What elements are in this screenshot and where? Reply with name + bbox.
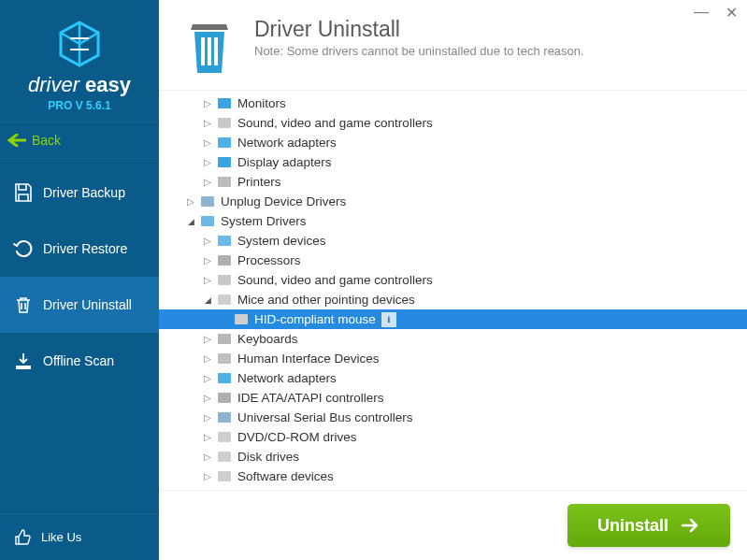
expand-icon[interactable]: ▷: [202, 353, 213, 365]
tree-node[interactable]: ◢Mice and other pointing devices: [159, 290, 747, 309]
tree-node[interactable]: ◢System Drivers: [159, 211, 747, 231]
ide-device-icon: [217, 391, 232, 406]
app-name: driver easy: [0, 73, 159, 97]
tree-node[interactable]: ▷Monitors: [159, 93, 747, 113]
svg-rect-0: [201, 37, 205, 65]
mon-device-icon: [217, 155, 232, 170]
sidebar-item-label: Driver Backup: [43, 185, 125, 200]
expand-icon[interactable]: ▷: [202, 177, 213, 188]
tree-node[interactable]: ▷Sound, video and game controllers: [159, 270, 747, 290]
page-subtitle: Note: Some drivers cannot be uninstalled…: [254, 44, 584, 58]
expand-icon[interactable]: ▷: [202, 118, 213, 129]
tree-node[interactable]: ▷Human Interface Devices: [159, 349, 747, 368]
back-button[interactable]: Back: [0, 122, 159, 159]
tree-node[interactable]: ▷Universal Serial Bus controllers: [159, 408, 747, 427]
expand-icon[interactable]: ▷: [202, 137, 213, 149]
tree-node[interactable]: ▷Keyboards: [159, 329, 747, 349]
expand-icon[interactable]: ▷: [202, 471, 213, 482]
expand-icon[interactable]: ▷: [202, 157, 213, 168]
sidebar-item-driver-uninstall[interactable]: Driver Uninstall: [0, 277, 159, 333]
tree-node[interactable]: HID-compliant mousei: [159, 309, 747, 329]
app-logo-area: driver easy PRO V 5.6.1: [0, 0, 159, 122]
usb-device-icon: [200, 194, 215, 209]
expand-icon[interactable]: ▷: [202, 452, 213, 463]
expand-icon[interactable]: ▷: [202, 432, 213, 443]
sidebar-nav: Driver Backup Driver Restore Driver Unin…: [0, 165, 159, 389]
tree-node[interactable]: ▷Unplug Device Drivers: [159, 192, 747, 211]
tree-node-label: Unplug Device Drivers: [221, 194, 346, 208]
floppy-icon: [13, 182, 34, 203]
sidebar-item-offline-scan[interactable]: Offline Scan: [0, 333, 159, 389]
usb-device-icon: [217, 410, 232, 425]
app-name-part1: driver: [28, 73, 79, 96]
mouse-device-icon: [234, 312, 249, 327]
like-us-button[interactable]: Like Us: [0, 513, 159, 560]
tree-node[interactable]: ▷Sound, video and game controllers: [159, 113, 747, 133]
collapse-icon[interactable]: ◢: [202, 294, 213, 306]
net-device-icon: [217, 136, 232, 151]
tree-node-label: Disk drives: [237, 450, 299, 464]
tree-node-label: Software devices: [237, 469, 334, 483]
footer: Uninstall: [159, 491, 747, 560]
page-header: Driver Uninstall Note: Some drivers cann…: [159, 0, 747, 90]
expand-icon[interactable]: ▷: [202, 412, 213, 424]
expand-icon[interactable]: ▷: [185, 196, 196, 208]
tree-node[interactable]: ▷IDE ATA/ATAPI controllers: [159, 388, 747, 408]
app-logo-icon: [54, 19, 105, 69]
sidebar-item-driver-restore[interactable]: Driver Restore: [0, 221, 159, 277]
uninstall-button[interactable]: Uninstall: [567, 504, 730, 547]
tree-node[interactable]: ▷Printers: [159, 172, 747, 192]
tree-node-label: HID-compliant mouse: [254, 312, 376, 326]
expand-icon[interactable]: ▷: [202, 373, 213, 384]
net-device-icon: [217, 371, 232, 386]
tree-node[interactable]: ▷DVD/CD-ROM drives: [159, 427, 747, 447]
collapse-icon[interactable]: ◢: [185, 216, 196, 227]
svg-rect-1: [208, 37, 211, 65]
svg-rect-2: [214, 37, 218, 65]
tree-node-label: Keyboards: [237, 332, 298, 346]
sidebar-item-driver-backup[interactable]: Driver Backup: [0, 165, 159, 221]
main-panel: — ✕ Driver Uninstall Note: Some drivers …: [159, 0, 747, 560]
expand-icon[interactable]: ▷: [202, 334, 213, 345]
minimize-button[interactable]: —: [693, 4, 710, 21]
gen-device-icon: [217, 116, 232, 131]
tree-node[interactable]: ▷Disk drives: [159, 447, 747, 467]
download-icon: [13, 351, 34, 371]
page-title: Driver Uninstall: [254, 17, 584, 42]
hid-device-icon: [217, 352, 232, 366]
tree-node-label: Sound, video and game controllers: [237, 116, 433, 130]
disk-device-icon: [217, 450, 232, 465]
gen-device-icon: [217, 273, 232, 288]
tree-node-label: System devices: [237, 234, 326, 248]
sys-device-icon: [217, 234, 232, 249]
tree-node[interactable]: ▷Display adapters: [159, 152, 747, 172]
thumbs-up-icon: [13, 528, 32, 547]
close-button[interactable]: ✕: [723, 4, 740, 21]
kbd-device-icon: [217, 332, 232, 347]
expand-icon[interactable]: ▷: [202, 255, 213, 266]
expand-icon[interactable]: ▷: [202, 98, 213, 109]
tree-node[interactable]: ▷Network adapters: [159, 368, 747, 388]
info-badge-icon[interactable]: i: [381, 312, 396, 327]
tree-node-label: Processors: [237, 253, 301, 267]
dvd-device-icon: [217, 430, 232, 445]
tree-node[interactable]: ▷Software devices: [159, 467, 747, 486]
tree-node-label: Network adapters: [237, 136, 337, 150]
expand-icon[interactable]: ▷: [202, 275, 213, 286]
trash-icon: [13, 294, 34, 315]
expand-icon[interactable]: ▷: [202, 393, 213, 404]
tree-node-label: Monitors: [237, 96, 286, 110]
expand-icon[interactable]: ▷: [202, 236, 213, 247]
back-arrow-icon: [7, 134, 26, 147]
sidebar-item-label: Offline Scan: [43, 353, 114, 368]
disk-device-icon: [217, 469, 232, 484]
app-version: PRO V 5.6.1: [0, 99, 159, 112]
tree-node-label: Printers: [237, 175, 281, 189]
tree-node-label: IDE ATA/ATAPI controllers: [237, 391, 384, 405]
sidebar: driver easy PRO V 5.6.1 Back Driver Back…: [0, 0, 159, 560]
tree-node[interactable]: ▷System devices: [159, 231, 747, 251]
tree-node[interactable]: ▷Network adapters: [159, 133, 747, 152]
tree-node[interactable]: ▷Processors: [159, 251, 747, 270]
back-label: Back: [32, 133, 61, 148]
device-tree-scroll[interactable]: ▷Monitors▷Sound, video and game controll…: [159, 90, 747, 491]
